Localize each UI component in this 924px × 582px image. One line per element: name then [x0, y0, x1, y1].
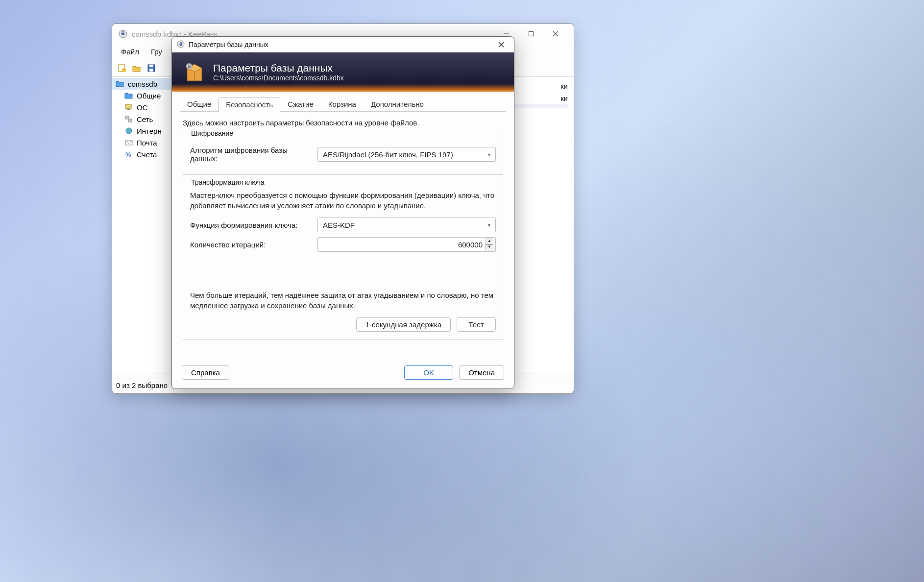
chevron-down-icon: ▾ [488, 222, 490, 228]
svg-rect-10 [149, 69, 153, 72]
encryption-groupbox: Шифрование Алгоритм шифрования базы данн… [183, 134, 503, 175]
tab-security[interactable]: Безопасность [219, 97, 280, 112]
db-settings-dialog: Параметры базы данных Параметры базы дан… [171, 36, 514, 389]
dialog-titlebar[interactable]: Параметры базы данных [172, 37, 514, 52]
mail-icon [124, 138, 134, 147]
svg-rect-1 [122, 33, 124, 35]
tab-advanced[interactable]: Дополнительно [364, 97, 431, 111]
svg-rect-9 [149, 65, 153, 67]
encryption-group-label: Шифрование [188, 129, 236, 137]
encryption-algorithm-combo[interactable]: AES/Rijndael (256-бит ключ, FIPS 197) ▾ [317, 147, 496, 162]
app-icon [118, 29, 128, 39]
svg-rect-14 [128, 119, 132, 122]
help-button[interactable]: Справка [182, 365, 229, 380]
svg-text:%: % [125, 151, 131, 158]
chevron-down-icon: ▾ [488, 152, 490, 157]
kdf-groupbox: Трансформация ключа Мастер-ключ преобраз… [183, 183, 503, 340]
percent-icon: % [124, 150, 134, 159]
globe-icon [124, 126, 134, 135]
tree-item-os[interactable]: ОС [112, 101, 173, 113]
dialog-title-text: Параметры базы данных [189, 41, 493, 48]
open-db-icon[interactable] [131, 62, 143, 74]
tree-item-label: Общие [137, 92, 161, 100]
tab-security-content: Здесь можно настроить параметры безопасн… [172, 112, 514, 355]
svg-rect-19 [180, 44, 182, 46]
computer-icon [124, 103, 134, 112]
close-button[interactable] [543, 25, 568, 43]
ok-button[interactable]: OK [404, 365, 453, 380]
tree-item-label: Интерн [137, 127, 162, 135]
maximize-button[interactable] [519, 25, 543, 43]
tree-root-label: comssdb [128, 80, 157, 88]
tree-item-mail[interactable]: Почта [112, 137, 173, 148]
status-selection: 0 из 2 выбрано [112, 379, 173, 393]
iterations-value: 600000 [323, 241, 486, 249]
svg-rect-13 [125, 116, 129, 119]
tree-item-label: Почта [137, 139, 157, 147]
package-lock-icon [180, 59, 206, 85]
svg-rect-12 [127, 109, 130, 110]
tree-item-label: Сеть [137, 115, 153, 123]
tab-general[interactable]: Общие [180, 97, 219, 111]
dialog-close-button[interactable] [493, 38, 509, 51]
dialog-tabs: Общие Безопасность Сжатие Корзина Дополн… [180, 97, 506, 112]
kdf-func-label: Функция формирования ключа: [190, 221, 313, 229]
tree-item-accounts[interactable]: % Счета [112, 148, 173, 160]
group-tree-panel[interactable]: comssdb Общие ОС Сеть Интерн Почта [112, 77, 173, 372]
iterations-input[interactable]: 600000 ▲ ▼ [317, 237, 496, 252]
dialog-banner: Параметры базы данных C:\Users\comss\Doc… [172, 52, 514, 92]
test-button[interactable]: Тест [457, 317, 496, 332]
save-db-icon[interactable] [146, 62, 157, 74]
algo-label: Алгоритм шифрования базы данных: [190, 146, 313, 163]
combo-value: AES/Rijndael (256-бит ключ, FIPS 197) [323, 150, 488, 159]
menu-group[interactable]: Гру [146, 46, 167, 58]
spin-up-button[interactable]: ▲ [486, 239, 493, 244]
kdf-description: Мастер-ключ преобразуется с помощью функ… [190, 190, 496, 211]
tree-item-internet[interactable]: Интерн [112, 125, 173, 137]
security-description: Здесь можно настроить параметры безопасн… [183, 119, 503, 127]
banner-path: C:\Users\comss\Documents\comssdb.kdbx [213, 74, 344, 82]
network-icon [124, 115, 134, 123]
svg-point-7 [122, 68, 126, 72]
dialog-footer: Справка OK Отмена [172, 359, 514, 388]
spin-down-button[interactable]: ▼ [486, 244, 493, 250]
tab-recycle[interactable]: Корзина [321, 97, 364, 111]
tree-item-label: Счета [137, 150, 157, 159]
tree-item-network[interactable]: Сеть [112, 113, 173, 125]
kdf-function-combo[interactable]: AES-KDF ▾ [317, 218, 496, 232]
cancel-button[interactable]: Отмена [459, 365, 504, 380]
tree-root[interactable]: comssdb [112, 78, 173, 90]
svg-rect-3 [529, 32, 534, 36]
new-db-icon[interactable] [116, 62, 128, 74]
tree-item-general[interactable]: Общие [112, 90, 173, 101]
svg-rect-11 [125, 104, 131, 109]
tab-compression[interactable]: Сжатие [280, 97, 321, 111]
iterations-label: Количество итераций: [190, 241, 313, 249]
combo-value: AES-KDF [323, 221, 488, 229]
folder-icon [124, 91, 134, 100]
one-second-delay-button[interactable]: 1-секундная задержка [356, 317, 451, 332]
menu-file[interactable]: Файл [116, 46, 144, 58]
folder-open-icon [115, 79, 125, 88]
kdf-group-label: Трансформация ключа [188, 178, 267, 186]
tree-item-label: ОС [137, 103, 148, 112]
banner-title: Параметры базы данных [213, 62, 344, 74]
svg-point-15 [126, 128, 132, 134]
kdf-info-text: Чем больше итераций, тем надёжнее защита… [190, 290, 496, 311]
svg-rect-24 [188, 66, 191, 68]
lock-icon [177, 40, 186, 49]
